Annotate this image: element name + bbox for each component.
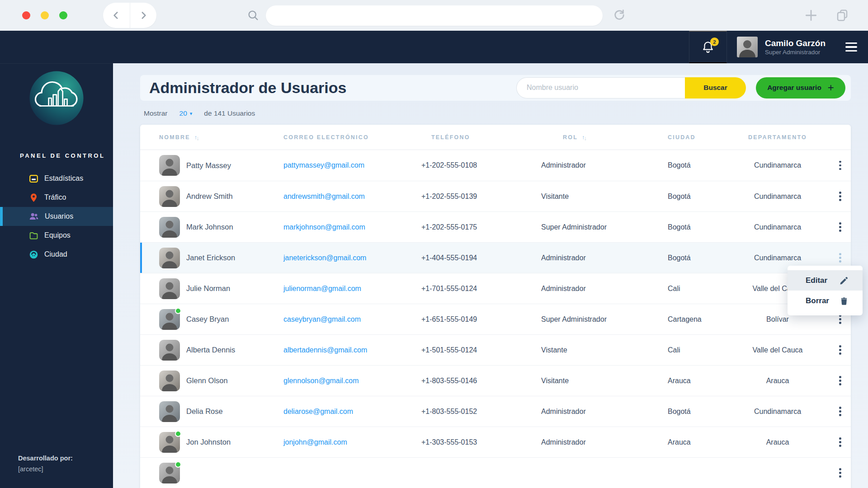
user-department: Arauca bbox=[721, 377, 834, 385]
user-email-link[interactable]: deliarose@gmail.com bbox=[283, 408, 353, 415]
row-actions-menu-button[interactable] bbox=[836, 435, 844, 450]
search-icon bbox=[247, 9, 259, 22]
avatar bbox=[159, 432, 180, 453]
tab-overview-button[interactable] bbox=[835, 9, 849, 22]
sidebar-item-usuarios[interactable]: Usuarios bbox=[0, 207, 113, 226]
column-header-departamento: DEPARTAMENTO bbox=[721, 134, 834, 141]
column-header-rol[interactable]: ROL ↑↓ bbox=[541, 134, 668, 141]
page-title: Administrador de Usuarios bbox=[149, 79, 346, 97]
pencil-icon bbox=[839, 276, 849, 286]
row-actions-menu-button[interactable] bbox=[836, 189, 844, 204]
row-actions-menu-button[interactable] bbox=[836, 373, 844, 388]
user-role: Visitante bbox=[541, 377, 668, 385]
user-email-link[interactable]: albertadennis@gmail.com bbox=[283, 346, 367, 354]
table-row[interactable]: Casey Bryan caseybryan@gmail.com +1-651-… bbox=[140, 304, 851, 334]
user-phone: +1-651-555-0149 bbox=[421, 315, 541, 324]
user-role: Super Administrador bbox=[765, 49, 826, 56]
table-row[interactable]: Glenn Olson glennolson@gmail.com +1-803-… bbox=[140, 365, 851, 396]
user-department: Cundinamarca bbox=[721, 223, 834, 231]
browser-back-button[interactable] bbox=[103, 3, 130, 28]
row-actions-menu-button[interactable] bbox=[836, 158, 844, 173]
maximize-window-button[interactable] bbox=[59, 11, 67, 19]
chevron-right-icon bbox=[137, 9, 149, 21]
user-department: Cundinamarca bbox=[721, 254, 834, 262]
row-actions-menu-button[interactable] bbox=[836, 343, 844, 357]
user-email-link[interactable]: markjohnson@gmail.com bbox=[283, 223, 365, 231]
user-email-link[interactable]: pattymassey@gmail.com bbox=[283, 161, 364, 169]
column-header-correo: CORREO ELECTRÓNICO bbox=[283, 134, 421, 141]
sidebar-item-trafico[interactable]: Tráfico bbox=[0, 188, 113, 207]
row-actions-menu-button[interactable] bbox=[836, 465, 844, 480]
row-actions-menu-button[interactable] bbox=[836, 404, 844, 419]
table-body: Patty Massey pattymassey@gmail.com +1-20… bbox=[140, 150, 851, 488]
user-phone: +1-202-555-0175 bbox=[421, 223, 541, 231]
notifications-button[interactable]: 2 bbox=[689, 31, 727, 63]
user-phone: +1-303-555-0153 bbox=[421, 438, 541, 446]
user-email-link[interactable]: andrewsmith@gmail.com bbox=[283, 192, 365, 200]
avatar bbox=[159, 340, 180, 361]
user-department: Arauca bbox=[721, 438, 834, 446]
row-actions-menu-button[interactable] bbox=[836, 250, 844, 265]
new-tab-button[interactable] bbox=[804, 8, 818, 23]
table-row[interactable]: Julie Norman julienorman@gmail.com +1-70… bbox=[140, 273, 851, 304]
sidebar-item-label: Tráfico bbox=[44, 193, 66, 202]
table-row[interactable]: Delia Rose deliarose@gmail.com +1-803-55… bbox=[140, 396, 851, 427]
close-window-button[interactable] bbox=[22, 11, 30, 19]
avatar bbox=[159, 309, 180, 330]
table-row[interactable]: Janet Erickson janeterickson@gmail.com +… bbox=[140, 242, 851, 273]
add-user-label: Agregar usuario bbox=[767, 84, 821, 92]
user-profile[interactable]: Camilo Garzón Super Administrador bbox=[737, 37, 826, 57]
avatar bbox=[159, 371, 180, 391]
table-row[interactable]: Jon Johnston jonjohn@gmail.com +1-303-55… bbox=[140, 427, 851, 457]
refresh-button[interactable] bbox=[613, 8, 626, 23]
user-department: Cundinamarca bbox=[721, 161, 834, 169]
user-email-link[interactable]: jonjohn@gmail.com bbox=[283, 438, 347, 446]
user-name: Casey Bryan bbox=[186, 315, 229, 324]
add-user-button[interactable]: Agregar usuario + bbox=[756, 77, 845, 99]
user-role: Visitante bbox=[541, 192, 668, 201]
edit-menu-item[interactable]: Editar bbox=[788, 270, 863, 291]
menu-button[interactable] bbox=[845, 42, 857, 52]
column-header-ciudad: CIUDAD bbox=[668, 134, 721, 141]
sidebar-item-ciudad[interactable]: Ciudad bbox=[0, 245, 113, 264]
user-role: Administrador bbox=[541, 161, 668, 169]
table-row[interactable] bbox=[140, 457, 851, 488]
user-department: Cundinamarca bbox=[721, 192, 834, 201]
sidebar-item-label: Estadísticas bbox=[44, 174, 83, 183]
row-actions-menu-button[interactable] bbox=[836, 220, 844, 235]
user-role: Super Administrador bbox=[541, 315, 668, 324]
app-header: 2 Camilo Garzón Super Administrador bbox=[0, 31, 868, 63]
browser-chrome bbox=[0, 0, 868, 31]
app-logo bbox=[28, 70, 85, 126]
search-button[interactable]: Buscar bbox=[685, 77, 746, 99]
user-search-input[interactable] bbox=[516, 77, 685, 99]
stats-monitor-icon bbox=[29, 174, 38, 183]
trash-icon bbox=[839, 296, 849, 306]
table-row[interactable]: Alberta Dennis albertadennis@gmail.com +… bbox=[140, 334, 851, 365]
page-size-dropdown[interactable]: 20 ▾ bbox=[179, 109, 193, 117]
user-email-link[interactable]: julienorman@gmail.com bbox=[283, 285, 361, 292]
minimize-window-button[interactable] bbox=[41, 11, 49, 19]
column-header-nombre[interactable]: NOMBRE ↑↓ bbox=[159, 134, 283, 141]
tabs-icon bbox=[835, 9, 849, 22]
browser-forward-button[interactable] bbox=[130, 3, 157, 28]
user-email-link[interactable]: glennolson@gmail.com bbox=[283, 377, 359, 385]
delete-menu-item[interactable]: Borrar bbox=[788, 291, 863, 311]
sidebar-item-equipos[interactable]: Equipos bbox=[0, 226, 113, 245]
user-name: Julie Norman bbox=[186, 284, 230, 293]
avatar bbox=[159, 186, 180, 207]
user-role: Administrador bbox=[541, 438, 668, 446]
user-email-link[interactable]: caseybryan@gmail.com bbox=[283, 315, 361, 323]
url-input[interactable] bbox=[266, 5, 603, 26]
user-email-link[interactable]: janeterickson@gmail.com bbox=[283, 254, 366, 262]
table-row[interactable]: Mark Johnson markjohnson@gmail.com +1-20… bbox=[140, 211, 851, 242]
user-name: Mark Johnson bbox=[186, 223, 233, 231]
sidebar-item-label: Ciudad bbox=[44, 250, 67, 258]
table-row[interactable]: Andrew Smith andrewsmith@gmail.com +1-20… bbox=[140, 181, 851, 211]
delete-label: Borrar bbox=[806, 296, 839, 305]
avatar bbox=[159, 217, 180, 238]
online-status-dot bbox=[175, 461, 181, 468]
table-row[interactable]: Patty Massey pattymassey@gmail.com +1-20… bbox=[140, 150, 851, 181]
sidebar-item-estadisticas[interactable]: Estadísticas bbox=[0, 169, 113, 188]
table-header: NOMBRE ↑↓ CORREO ELECTRÓNICO TELÉFONO RO… bbox=[140, 125, 851, 150]
